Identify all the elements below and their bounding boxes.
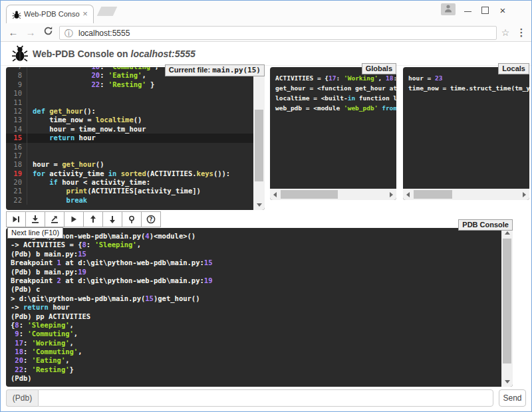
refresh-icon[interactable] [41, 25, 55, 40]
debug-toolbar: ? [6, 211, 161, 227]
globals-line: localtime = <built-in function localt [275, 93, 391, 103]
where-button[interactable] [122, 211, 142, 227]
console-line: -> ACTIVITIES = {8: 'Sleeping', [11, 241, 497, 249]
line-number[interactable]: 16 [6, 143, 27, 152]
breakpoint-line-number[interactable]: 19 [6, 169, 27, 178]
tab-title: Web-PDB Console on loc [24, 10, 80, 20]
code-line: 11 [6, 98, 253, 107]
console-lines: > d:\git\python-web-pdb\main.py(4)<modul… [6, 228, 501, 387]
line-number[interactable]: 12 [6, 107, 27, 116]
current-file-label: Current file: main.py(15) [165, 64, 265, 76]
console-line: 18: 'Commuting', [11, 348, 497, 356]
new-tab-button[interactable] [97, 7, 118, 16]
browser-navbar: ← → ⓘ localhost:5555 ☆ ⋮ [1, 23, 531, 42]
pdb-prompt-label: (Pdb) [6, 389, 38, 407]
back-icon[interactable]: ← [6, 25, 21, 40]
code-scrollbar-thumb[interactable] [255, 110, 263, 181]
browser-titlebar: Web-PDB Console on loc × × [1, 1, 531, 23]
menu-dots-icon[interactable]: ⋮ [514, 25, 529, 40]
down-arrow-icon [108, 215, 117, 224]
browser-window: Web-PDB Console on loc × × ← → ⓘ localho… [0, 0, 532, 412]
console-line: {8: 'Sleeping', [11, 321, 497, 330]
console-scrollbar-thumb[interactable] [503, 239, 511, 363]
console-line: (Pdb) b main.py:19 [11, 268, 497, 276]
frame-up-button[interactable] [83, 211, 103, 227]
line-number[interactable]: 14 [6, 125, 27, 134]
console-line: (Pdb) c [11, 285, 497, 294]
current-file-panel: Current file: main.py(15) 7 18: 'Commuti… [6, 67, 265, 210]
line-number[interactable]: 17 [6, 152, 27, 160]
console-scroll-down-icon[interactable] [501, 377, 513, 387]
line-number[interactable]: 8 [6, 71, 27, 80]
help-icon: ? [146, 215, 156, 224]
code-line: 21 print(ACTIVITIES[activity_time]) [6, 187, 253, 195]
minimize-button[interactable] [460, 1, 477, 21]
console-line: 17: 'Working', [11, 339, 497, 348]
code-line: 17 [6, 152, 253, 160]
person-icon [443, 3, 454, 14]
globals-scrollbar-thumb[interactable] [281, 190, 338, 199]
browser-tab[interactable]: Web-PDB Console on loc × [6, 5, 94, 23]
line-number[interactable]: 20 [6, 178, 27, 187]
locals-horizontal-scrollbar[interactable] [403, 189, 529, 200]
continue-icon [69, 215, 78, 224]
frame-down-button[interactable] [102, 211, 122, 227]
next-line-button[interactable] [6, 211, 26, 227]
locals-line: hour = 23 [408, 73, 524, 83]
info-icon[interactable]: ⓘ [65, 28, 73, 40]
globals-horizontal-scrollbar[interactable] [270, 189, 396, 200]
line-number[interactable]: 22 [6, 196, 27, 205]
line-number[interactable]: 10 [6, 89, 27, 98]
url-text: localhost:5555 [78, 29, 130, 38]
code-scroll-down-icon[interactable] [253, 200, 265, 210]
console-line: 9: 'Commuting', [11, 330, 497, 338]
globals-panel: Globals ACTIVITIES = {17: 'Working', 18:… [270, 67, 396, 200]
pdb-console-label: PDB Console [458, 219, 513, 231]
forward-icon[interactable]: → [23, 25, 38, 40]
next-line-tooltip: Next line (F10) [7, 227, 63, 239]
line-number[interactable]: 9 [6, 80, 27, 89]
command-input-group: (Pdb) [6, 389, 493, 407]
step-into-icon [31, 215, 40, 224]
globals-line: get_hour = <function get_hour at 0x00 [275, 83, 391, 93]
line-number[interactable]: 13 [6, 116, 27, 124]
bug-favicon [12, 10, 21, 19]
code-vertical-scrollbar[interactable] [253, 67, 265, 210]
breakpoint-line-number[interactable]: 15 [6, 134, 27, 142]
locals-scrollbar-thumb[interactable] [414, 190, 452, 199]
address-bar[interactable]: ⓘ localhost:5555 [59, 26, 497, 40]
close-button[interactable]: × [494, 1, 511, 21]
command-input[interactable] [38, 389, 493, 407]
line-number[interactable]: 21 [6, 187, 27, 195]
page-title: Web-PDB Console on localhost:5555 [33, 49, 196, 59]
globals-scroll-left-icon[interactable] [270, 189, 280, 200]
line-number[interactable]: 18 [6, 160, 27, 169]
code-line: 22 break [6, 196, 253, 205]
continue-button[interactable] [64, 211, 84, 227]
send-button[interactable]: Send [499, 389, 526, 407]
app-header: Web-PDB Console on localhost:5555 [1, 42, 531, 66]
console-line: -> return hour [11, 303, 497, 312]
line-number[interactable]: 11 [6, 98, 27, 107]
step-out-button[interactable] [45, 211, 65, 227]
locals-scroll-left-icon[interactable] [403, 189, 413, 200]
step-out-icon [50, 215, 59, 224]
tab-close-icon[interactable]: × [80, 9, 90, 19]
locals-scroll-right-icon[interactable] [519, 189, 529, 200]
location-pin-icon [127, 215, 136, 224]
code-lines: 7 18: 'Commuting',8 20: 'Eating',9 22: '… [6, 67, 253, 205]
code-line: 20 if hour < activity_time: [6, 178, 253, 187]
bookmark-star-icon[interactable]: ☆ [498, 25, 513, 40]
code-line: 12def get_hour(): [6, 107, 253, 116]
globals-scroll-right-icon[interactable] [386, 189, 396, 200]
locals-line: time_now = time.struct_time(tm_yea [408, 83, 524, 93]
console-vertical-scrollbar[interactable] [501, 228, 513, 387]
maximize-button[interactable] [477, 1, 494, 21]
code-line: 14 hour = time_now.tm_hour [6, 125, 253, 134]
code-line: 19for activity_time in sorted(ACTIVITIES… [6, 169, 253, 178]
help-button[interactable]: ? [141, 211, 161, 227]
next-line-icon [11, 215, 21, 224]
step-into-button[interactable] [25, 211, 45, 227]
console-line: 22: 'Resting'} [11, 365, 497, 374]
profile-button[interactable] [441, 3, 456, 15]
